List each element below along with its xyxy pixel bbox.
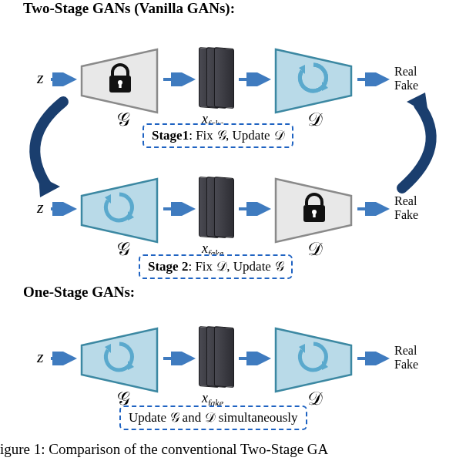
stage1-text: : Fix 𝒢, Update 𝒟	[189, 128, 284, 143]
arrow-x-to-d-icon	[239, 72, 273, 86]
onestage-text: Update 𝒢 and 𝒟 simultaneously	[129, 410, 298, 425]
stage2-box: Stage 2: Fix 𝒟, Update 𝒢	[139, 254, 293, 279]
arrow-z-to-g-icon	[51, 352, 79, 365]
arrow-x-to-d-icon	[239, 352, 273, 365]
arrow-d-out-icon	[357, 202, 391, 216]
arrow-z-to-g-icon	[51, 72, 79, 86]
cycle-icon	[296, 339, 331, 375]
two-stage-heading: Two-Stage GANs (Vanilla GANs):	[23, 0, 235, 17]
one-stage-row: z 𝒢 xfake 𝒟 RealFake	[0, 302, 476, 402]
z-label: z	[37, 68, 44, 88]
cycle-icon	[102, 190, 137, 225]
stage2-text: : Fix 𝒟, Update 𝒢	[188, 259, 283, 274]
figure-caption: igure 1: Comparison of the conventional …	[0, 441, 328, 458]
stage2-label: Stage 2	[148, 259, 188, 274]
svg-rect-4	[119, 82, 121, 88]
stage1-label: Stage1	[152, 128, 189, 143]
cycle-icon	[296, 60, 331, 96]
stage1-box: Stage1: Fix 𝒢, Update 𝒟	[142, 123, 293, 148]
lock-icon	[300, 193, 328, 225]
lock-icon	[106, 63, 134, 96]
arrow-z-to-g-icon	[51, 202, 79, 216]
g-symbol: 𝒢	[116, 239, 129, 260]
d-symbol: 𝒟	[307, 109, 322, 130]
onestage-box: Update 𝒢 and 𝒟 simultaneously	[119, 405, 307, 430]
d-symbol: 𝒟	[307, 389, 322, 409]
cycle-icon	[102, 339, 137, 375]
z-label: z	[37, 197, 44, 217]
one-stage-heading: One-Stage GANs:	[23, 284, 135, 301]
real-fake-label: RealFake	[394, 194, 418, 223]
real-fake-label: RealFake	[394, 344, 418, 372]
arrow-g-to-x-icon	[163, 202, 197, 216]
arrow-d-out-icon	[357, 72, 391, 86]
arrow-g-to-x-icon	[163, 72, 197, 86]
g-symbol: 𝒢	[116, 109, 129, 130]
real-fake-label: RealFake	[394, 65, 418, 93]
arrow-g-to-x-icon	[163, 352, 197, 365]
z-label: z	[37, 347, 44, 367]
d-symbol: 𝒟	[307, 239, 322, 260]
two-stage-row-2: z 𝒢 xfake 𝒟 RealFake	[0, 153, 476, 253]
svg-rect-16	[313, 212, 315, 217]
arrow-x-to-d-icon	[239, 202, 273, 216]
arrow-d-out-icon	[357, 352, 391, 365]
